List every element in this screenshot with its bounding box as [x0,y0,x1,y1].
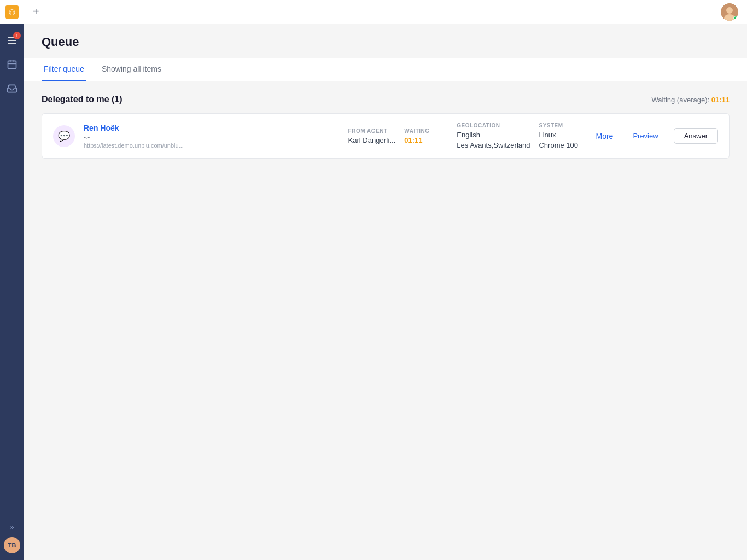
queue-badge: 1 [13,32,21,39]
tabs-bar: Filter queue Showing all items [24,58,747,81]
topbar-right [721,3,738,21]
waiting-label: WAITING [404,128,448,134]
sidebar-item-inbox[interactable] [0,77,24,101]
from-agent-value: Karl Dangerfi... [348,136,396,144]
sidebar-item-calendar[interactable] [0,52,24,77]
topbar: + [24,0,747,24]
queue-col-geolocation: GEOLOCATION English Les Avants,Switzerla… [457,122,530,149]
queue-item-info: Ren Hoëk -.- https://latest.demo.unblu.c… [84,124,340,149]
waiting-average-time: 01:11 [711,96,730,104]
queue-col-waiting: WAITING 01:11 [404,128,448,144]
sidebar: 1 » TB [0,0,24,560]
preview-button[interactable]: Preview [624,129,667,143]
geolocation-label: GEOLOCATION [457,122,530,129]
queue-item-name[interactable]: Ren Hoëk [84,124,340,132]
collapse-sidebar-button[interactable]: » [0,517,24,537]
system-browser: Chrome 100 [539,141,582,149]
waiting-label: Waiting (average): [651,96,709,104]
main-content: + Queue Filter queue Showing [24,0,747,560]
answer-button[interactable]: Answer [674,128,718,144]
calendar-icon [7,59,17,70]
svg-rect-2 [8,43,16,44]
user-avatar-topbar[interactable] [721,3,738,21]
geolocation-lang: English [457,131,530,139]
sidebar-nav: 1 [0,24,24,517]
online-status-dot [733,16,738,21]
section-title: Delegated to me (1) [42,95,122,104]
page-header: Queue [24,24,747,49]
more-button[interactable]: More [591,130,617,143]
sidebar-item-queue[interactable]: 1 [0,28,24,52]
tab-filter-queue[interactable]: Filter queue [42,58,86,81]
sidebar-bottom: » TB [0,517,24,560]
queue-item-url: https://latest.demo.unblu.com/unblu... [84,142,340,149]
tab-showing-all[interactable]: Showing all items [100,58,164,81]
queue-card: 💬 Ren Hoëk -.- https://latest.demo.unblu… [42,113,730,159]
queue-item-actions: More Preview Answer [591,128,718,144]
system-label: SYSTEM [539,122,582,129]
section-waiting: Waiting (average): 01:11 [651,96,730,104]
geolocation-place: Les Avants,Switzerland [457,141,530,149]
waiting-value: 01:11 [404,136,448,144]
user-avatar-sidebar[interactable]: TB [4,537,20,553]
queue-item-subtitle: -.- [84,133,340,141]
queue-col-from-agent: FROM AGENT Karl Dangerfi... [348,128,396,144]
queue-col-system: SYSTEM Linux Chrome 100 [539,122,582,149]
svg-rect-3 [8,61,16,68]
section-header: Delegated to me (1) Waiting (average): 0… [42,95,730,104]
logo-icon [5,5,19,19]
from-agent-label: FROM AGENT [348,128,396,134]
system-os: Linux [539,131,582,139]
logo[interactable] [0,0,24,24]
queue-item-avatar: 💬 [53,125,75,147]
chat-icon: 💬 [58,130,70,142]
page-title: Queue [42,35,730,49]
svg-point-8 [726,7,733,14]
svg-rect-1 [8,40,16,41]
content-area: Queue Filter queue Showing all items Del… [24,24,747,560]
new-tab-button[interactable]: + [33,5,39,18]
inbox-icon [7,83,17,94]
queue-section: Delegated to me (1) Waiting (average): 0… [24,81,747,172]
